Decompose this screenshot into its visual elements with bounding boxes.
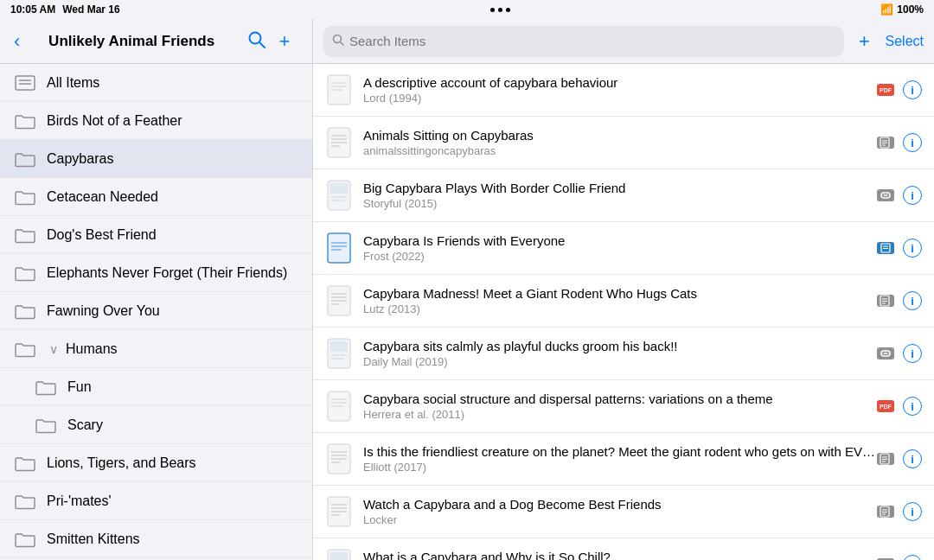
folder-icon-primates <box>14 492 36 511</box>
item-subtitle-1: Lord (1994) <box>363 92 877 105</box>
pdf-badge: PDF <box>877 84 894 96</box>
sidebar-item-label-fun: Fun <box>67 379 92 395</box>
add-button[interactable]: + <box>271 32 298 51</box>
item-actions-9: i <box>877 502 922 521</box>
item-subtitle-9: Locker <box>363 513 877 526</box>
list-item[interactable]: Capybara social structure and dispersal … <box>313 380 934 433</box>
item-subtitle-8: Elliott (2017) <box>363 461 877 474</box>
sidebar-item-label-fawning: Fawning Over You <box>47 303 160 319</box>
item-actions-7: PDF i <box>877 397 922 416</box>
item-title-3: Big Capybara Plays With Border Collie Fr… <box>363 181 877 195</box>
item-icon-9 <box>325 494 353 529</box>
sidebar: ‹ Unlikely Animal Friends + All Items Bi… <box>0 19 313 560</box>
item-subtitle-2: animalssittingoncapybaras <box>363 144 877 157</box>
svg-line-1 <box>259 42 265 48</box>
sidebar-item-scary[interactable]: Scary <box>0 406 312 444</box>
dot2 <box>498 8 502 12</box>
pdf-badge: PDF <box>877 400 894 412</box>
folder-icon-fun <box>35 378 57 397</box>
item-icon-10 <box>325 547 353 560</box>
sidebar-item-birds[interactable]: Birds Not of a Feather <box>0 102 312 140</box>
folder-icon-capybaras <box>14 150 36 169</box>
doc-badge <box>877 506 894 518</box>
item-subtitle-5: Lutz (2013) <box>363 302 877 315</box>
search-button[interactable] <box>243 30 271 53</box>
item-title-7: Capybara social structure and dispersal … <box>363 391 877 406</box>
list-item[interactable]: What is a Capybara and Why is it So Chil… <box>313 538 934 560</box>
info-button-6[interactable]: i <box>903 344 922 363</box>
list-item[interactable]: Watch a Capybara and a Dog Become Best F… <box>313 486 934 538</box>
sidebar-item-dogs[interactable]: Dog's Best Friend <box>0 216 312 254</box>
status-bar-right: 📶 100% <box>880 3 924 16</box>
search-input-container[interactable] <box>323 26 844 57</box>
info-button-2[interactable]: i <box>903 133 922 152</box>
info-button-10[interactable]: i <box>903 555 922 560</box>
sidebar-item-all-items[interactable]: All Items <box>0 64 312 102</box>
folder-icon-fawning <box>14 302 36 321</box>
sidebar-item-lions[interactable]: Lions, Tigers, and Bears <box>0 444 312 482</box>
list-item[interactable]: Capybara Madness! Meet a Giant Rodent Wh… <box>313 275 934 328</box>
item-actions-6: i <box>877 344 922 363</box>
sidebar-item-capybaras[interactable]: Capybaras <box>0 140 312 178</box>
list-item[interactable]: Animals Sitting on Capybaras animalssitt… <box>313 117 934 169</box>
folder-icon-all-items <box>14 73 36 92</box>
list-item[interactable]: Is this the friendliest creature on the … <box>313 433 934 486</box>
item-actions-2: i <box>877 133 922 152</box>
list-item[interactable]: Capybara Is Friends with Everyone Frost … <box>313 222 934 275</box>
items-list: A descriptive account of capybara behavi… <box>313 64 934 560</box>
folder-icon-lions <box>14 454 36 473</box>
info-button-7[interactable]: i <box>903 397 922 416</box>
status-time: 10:05 AM <box>10 3 55 16</box>
svg-rect-25 <box>330 183 348 194</box>
battery-indicator: 100% <box>897 3 924 16</box>
info-button-4[interactable]: i <box>903 239 922 258</box>
item-icon-3 <box>325 178 353 213</box>
item-title-6: Capybara sits calmly as playful ducks gr… <box>363 339 877 353</box>
chevron-icon: ∨ <box>47 342 61 356</box>
folder-icon-dogs <box>14 226 36 245</box>
svg-rect-45 <box>330 341 348 352</box>
sidebar-item-fun[interactable]: Fun <box>0 368 312 406</box>
info-button-9[interactable]: i <box>903 502 922 521</box>
search-input[interactable] <box>349 34 835 48</box>
item-actions-3: i <box>877 186 922 205</box>
sidebar-list: All Items Birds Not of a Feather Capybar… <box>0 64 312 560</box>
svg-line-10 <box>341 42 343 45</box>
sidebar-item-cetacean[interactable]: Cetacean Needed <box>0 178 312 216</box>
status-bar-center <box>490 8 510 12</box>
item-text-8: Is this the friendliest creature on the … <box>363 444 877 474</box>
folder-icon-smitten <box>14 530 36 549</box>
app-container: ‹ Unlikely Animal Friends + All Items Bi… <box>0 19 934 560</box>
list-item[interactable]: Capybara sits calmly as playful ducks gr… <box>313 328 934 380</box>
item-actions-4: i <box>877 239 922 258</box>
sidebar-item-primates[interactable]: Pri-'mates' <box>0 482 312 520</box>
folder-icon-humans <box>14 340 36 359</box>
info-button-1[interactable]: i <box>903 80 922 99</box>
status-date: Wed Mar 16 <box>62 3 119 16</box>
sidebar-item-smitten[interactable]: Smitten Kittens <box>0 520 312 558</box>
info-button-5[interactable]: i <box>903 291 922 310</box>
item-title-5: Capybara Madness! Meet a Giant Rodent Wh… <box>363 286 877 301</box>
sidebar-item-label-capybaras: Capybaras <box>47 151 113 167</box>
sidebar-item-elephants[interactable]: Elephants Never Forget (Their Friends) <box>0 254 312 292</box>
sidebar-item-fawning[interactable]: Fawning Over You <box>0 292 312 330</box>
wifi-icon: 📶 <box>880 3 893 16</box>
list-item[interactable]: Big Capybara Plays With Border Collie Fr… <box>313 169 934 222</box>
sidebar-title: Unlikely Animal Friends <box>20 33 243 50</box>
sidebar-item-label-all-items: All Items <box>47 75 99 91</box>
info-button-8[interactable]: i <box>903 449 922 468</box>
sidebar-item-humans[interactable]: ∨ Humans <box>0 330 312 368</box>
item-icon-4 <box>325 231 353 265</box>
info-button-3[interactable]: i <box>903 186 922 205</box>
select-button[interactable]: Select <box>886 34 924 49</box>
book-badge <box>877 242 894 254</box>
dot1 <box>490 8 495 12</box>
search-bar: + Select <box>313 19 934 64</box>
list-item[interactable]: A descriptive account of capybara behavi… <box>313 64 934 117</box>
back-button[interactable]: ‹ <box>14 30 20 53</box>
item-text-10: What is a Capybara and Why is it So Chil… <box>363 550 877 560</box>
doc-badge <box>877 453 894 465</box>
item-title-8: Is this the friendliest creature on the … <box>363 444 877 459</box>
content-add-button[interactable]: + <box>851 30 879 53</box>
item-title-1: A descriptive account of capybara behavi… <box>363 75 877 90</box>
